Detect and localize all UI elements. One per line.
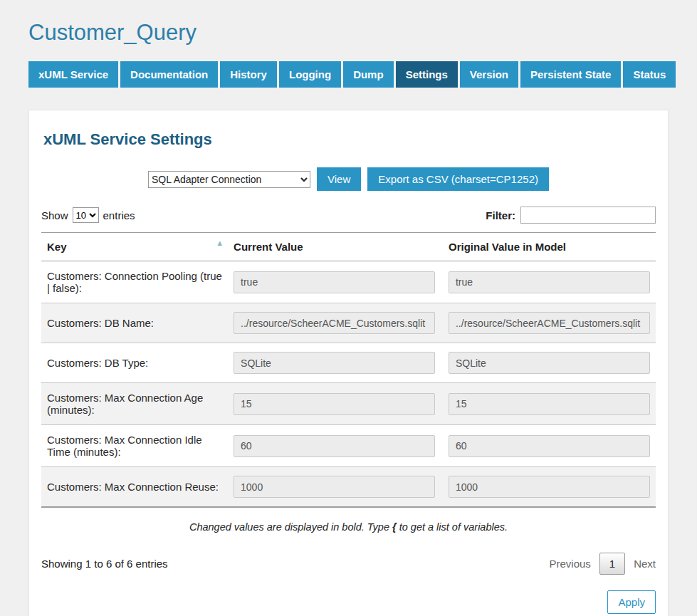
- entries-label: entries: [103, 209, 135, 221]
- current-value-input[interactable]: [234, 271, 435, 293]
- page-title: Customer_Query: [28, 13, 669, 61]
- tab-logging[interactable]: Logging: [279, 61, 341, 88]
- settings-panel: xUML Service Settings SQL Adapter Connec…: [28, 110, 669, 616]
- original-value-input[interactable]: [449, 393, 650, 415]
- tab-dump[interactable]: Dump: [343, 61, 394, 88]
- apply-row: Apply: [41, 590, 656, 616]
- tab-xuml-service[interactable]: xUML Service: [28, 61, 118, 88]
- column-header-key[interactable]: Key ▲: [41, 233, 228, 261]
- note-suffix: to get a list of variables.: [397, 521, 508, 533]
- current-value-input[interactable]: [234, 312, 435, 334]
- setting-key: Customers: DB Type:: [41, 343, 228, 383]
- current-value-input[interactable]: [234, 476, 435, 498]
- tab-settings[interactable]: Settings: [396, 61, 458, 88]
- tab-version[interactable]: Version: [460, 61, 518, 88]
- setting-key: Customers: Max Connection Reuse:: [41, 467, 228, 508]
- setting-key: Customers: Max Connection Age (minutes):: [41, 383, 228, 425]
- tab-history[interactable]: History: [220, 61, 277, 88]
- tab-documentation[interactable]: Documentation: [120, 61, 218, 88]
- previous-page-button[interactable]: Previous: [549, 558, 590, 570]
- page: Customer_Query xUML Service Documentatio…: [0, 0, 697, 616]
- table-row: Customers: Max Connection Reuse:: [41, 467, 656, 508]
- tab-persistent-state[interactable]: Persistent State: [520, 61, 621, 88]
- column-header-original-value[interactable]: Original Value in Model: [443, 233, 656, 261]
- settings-table: Key ▲ Current Value Original Value in Mo…: [41, 232, 656, 508]
- page-size-select[interactable]: 10: [73, 207, 99, 223]
- tab-bar: xUML Service Documentation History Loggi…: [28, 61, 669, 88]
- adapter-type-select[interactable]: SQL Adapter Connection: [148, 171, 310, 188]
- page-number-button[interactable]: 1: [599, 553, 625, 575]
- sort-ascending-icon: ▲: [216, 239, 224, 247]
- table-row: Customers: Connection Pooling (true | fa…: [41, 261, 656, 303]
- show-entries-control: Show 10 entries: [41, 207, 135, 223]
- column-header-key-label: Key: [47, 241, 67, 253]
- view-button[interactable]: View: [317, 167, 361, 191]
- table-row: Customers: DB Type:: [41, 343, 656, 383]
- table-header-row: Key ▲ Current Value Original Value in Mo…: [41, 233, 656, 261]
- setting-key: Customers: DB Name:: [41, 303, 228, 343]
- pagination: Previous 1 Next: [549, 553, 656, 575]
- table-controls: Show 10 entries Filter:: [41, 205, 656, 232]
- original-value-input[interactable]: [449, 312, 650, 334]
- original-value-input[interactable]: [449, 476, 650, 498]
- current-value-input[interactable]: [234, 435, 435, 457]
- current-value-input[interactable]: [234, 393, 435, 415]
- setting-key: Customers: Connection Pooling (true | fa…: [41, 261, 228, 303]
- table-row: Customers: Max Connection Idle Time (min…: [41, 425, 656, 467]
- adapter-controls-row: SQL Adapter Connection View Export as CS…: [41, 167, 656, 205]
- column-header-current-value[interactable]: Current Value: [228, 233, 443, 261]
- original-value-input[interactable]: [449, 352, 650, 374]
- tab-status[interactable]: Status: [623, 61, 676, 88]
- changed-values-note: Changed values are displayed in bold. Ty…: [41, 508, 656, 550]
- current-value-input[interactable]: [234, 352, 435, 374]
- note-prefix: Changed values are displayed in bold. Ty…: [189, 521, 392, 533]
- filter-control: Filter:: [486, 207, 656, 224]
- apply-button[interactable]: Apply: [607, 590, 656, 614]
- setting-key: Customers: Max Connection Idle Time (min…: [41, 425, 228, 467]
- original-value-input[interactable]: [449, 435, 650, 457]
- table-row: Customers: Max Connection Age (minutes):: [41, 383, 656, 425]
- filter-input[interactable]: [520, 207, 656, 224]
- panel-heading: xUML Service Settings: [41, 125, 656, 167]
- filter-label: Filter:: [486, 209, 515, 221]
- export-csv-button[interactable]: Export as CSV (charset=CP1252): [367, 167, 549, 191]
- showing-entries-text: Showing 1 to 6 of 6 entries: [41, 558, 168, 570]
- table-footer: Showing 1 to 6 of 6 entries Previous 1 N…: [41, 550, 656, 590]
- show-label: Show: [41, 209, 68, 221]
- next-page-button[interactable]: Next: [634, 558, 656, 570]
- original-value-input[interactable]: [449, 271, 650, 293]
- table-row: Customers: DB Name:: [41, 303, 656, 343]
